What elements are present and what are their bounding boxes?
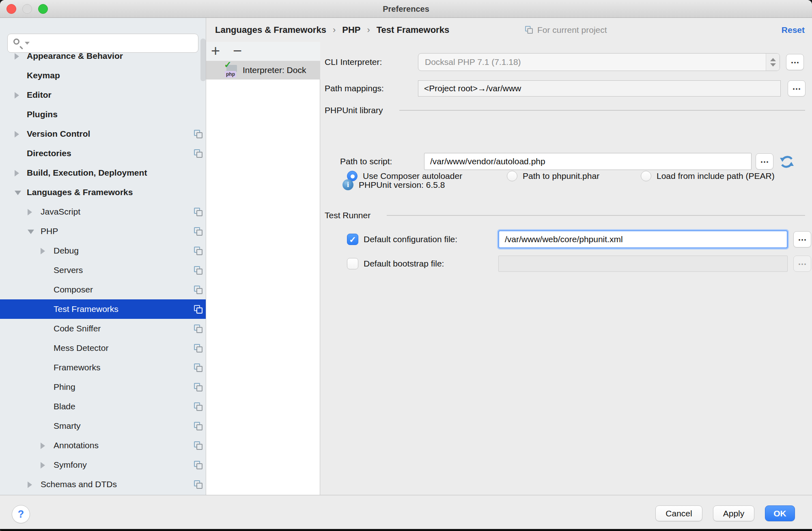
sidebar-item-label: Version Control [27, 124, 90, 144]
sidebar-item-label: Directories [27, 144, 71, 163]
sidebar-item-symfony[interactable]: Symfony [0, 455, 206, 475]
preferences-window: Preferences Appearance & BehaviorKeymapE… [0, 0, 812, 531]
sidebar-item-directories[interactable]: Directories [0, 144, 206, 163]
chevron-right-icon[interactable] [15, 92, 19, 99]
interpreter-list-item[interactable]: ✓ php Interpreter: Dock [206, 61, 320, 80]
sidebar-item-label: Blade [54, 397, 75, 416]
sidebar-item-composer[interactable]: Composer [0, 280, 206, 299]
breadcrumb-test-frameworks[interactable]: Test Frameworks [377, 25, 449, 35]
breadcrumb-php[interactable]: PHP [342, 25, 360, 35]
chevron-right-icon[interactable] [15, 131, 19, 138]
sidebar-item-plugins[interactable]: Plugins [0, 105, 206, 124]
path-to-script-browse-button[interactable]: … [756, 153, 773, 170]
apply-button[interactable]: Apply [713, 505, 754, 521]
shared-settings-icon [194, 480, 203, 489]
sidebar-item-label: Mess Detector [54, 338, 108, 358]
sidebar-item-code-sniffer[interactable]: Code Sniffer [0, 319, 206, 338]
sidebar-item-appearance-behavior[interactable]: Appearance & Behavior [0, 46, 206, 66]
sidebar-item-label: Plugins [27, 105, 58, 124]
sidebar-item-phing[interactable]: Phing [0, 377, 206, 397]
help-button[interactable]: ? [12, 505, 30, 523]
sidebar-item-label: Phing [54, 377, 75, 397]
reload-phpunit-icon[interactable] [779, 154, 795, 170]
section-divider [399, 110, 805, 111]
shared-settings-icon [194, 460, 203, 470]
sidebar-item-annotations[interactable]: Annotations [0, 436, 206, 455]
chevron-right-icon[interactable] [41, 462, 45, 469]
shared-settings-icon [194, 207, 203, 217]
section-divider [387, 215, 805, 216]
chevron-right-icon[interactable] [41, 443, 45, 449]
breadcrumb-languages-frameworks[interactable]: Languages & Frameworks [215, 25, 326, 35]
chevron-right-icon[interactable] [28, 482, 32, 488]
sidebar-item-label: Frameworks [54, 358, 101, 377]
sidebar-item-blade[interactable]: Blade [0, 397, 206, 416]
sidebar-item-label: Appearance & Behavior [27, 46, 123, 66]
sidebar-item-frameworks[interactable]: Frameworks [0, 358, 206, 377]
default-configuration-file-label: Default configuration file: [364, 230, 457, 248]
chevron-down-icon[interactable] [28, 230, 34, 234]
title-bar: Preferences [0, 0, 812, 18]
sidebar-item-label: Code Sniffer [54, 319, 101, 338]
path-to-script-input[interactable]: /var/www/vendor/autoload.php [424, 153, 752, 170]
sidebar-item-label: Servers [54, 260, 83, 280]
default-configuration-file-browse-button[interactable]: … [793, 231, 811, 247]
chevron-right-icon[interactable] [28, 209, 32, 215]
chevron-right-icon[interactable] [41, 248, 45, 254]
shared-settings-icon [194, 421, 203, 431]
cli-interpreter-browse-button[interactable]: … [786, 54, 804, 70]
sidebar-item-label: Symfony [54, 455, 87, 475]
sidebar-item-version-control[interactable]: Version Control [0, 124, 206, 144]
chevron-right-icon[interactable] [15, 53, 19, 60]
shared-settings-icon [194, 402, 203, 411]
sidebar-item-smarty[interactable]: Smarty [0, 416, 206, 436]
sidebar-item-label: Annotations [54, 436, 99, 455]
default-bootstrap-file-checkbox[interactable] [347, 258, 358, 269]
default-configuration-file-input[interactable]: /var/www/web/core/phpunit.xml [498, 230, 788, 248]
sidebar-item-php[interactable]: PHP [0, 221, 206, 241]
combo-stepper-icon[interactable] [766, 54, 780, 71]
sidebar-item-mess-detector[interactable]: Mess Detector [0, 338, 206, 358]
remove-button[interactable]: − [233, 42, 242, 61]
radio-path-to-phpunit-phar[interactable]: Path to phpunit.phar [507, 168, 599, 184]
sidebar-item-servers[interactable]: Servers [0, 260, 206, 280]
chevron-right-icon[interactable] [15, 170, 19, 176]
ok-button[interactable]: OK [765, 505, 795, 521]
sidebar-item-debug[interactable]: Debug [0, 241, 206, 260]
sidebar-item-label: Editor [27, 85, 52, 105]
sidebar-item-label: Composer [54, 280, 93, 299]
shared-settings-icon [194, 266, 203, 275]
sidebar-item-editor[interactable]: Editor [0, 85, 206, 105]
checkmark-icon: ✓ [347, 234, 358, 245]
cancel-button[interactable]: Cancel [655, 505, 702, 521]
radio-off-icon[interactable] [641, 171, 651, 181]
path-mappings-browse-button[interactable]: … [788, 80, 806, 97]
dialog-footer: ? Cancel Apply OK [0, 495, 812, 529]
sidebar-item-label: Languages & Frameworks [27, 183, 133, 202]
add-button[interactable]: + [211, 42, 220, 61]
cli-interpreter-value: Docksal PHP 7.1 (7.1.18) [425, 54, 521, 71]
window-bottom-edge [0, 529, 812, 531]
radio-load-from-include-path[interactable]: Load from include path (PEAR) [641, 168, 775, 184]
interpreter-toolbar: + − [206, 42, 320, 61]
info-icon: i [342, 179, 353, 190]
scope-note-label: For current project [537, 25, 607, 35]
sidebar-item-label: JavaScript [41, 202, 80, 221]
sidebar-item-label: Smarty [54, 416, 81, 436]
sidebar-item-javascript[interactable]: JavaScript [0, 202, 206, 221]
sidebar-item-test-frameworks[interactable]: Test Frameworks [0, 299, 206, 319]
cli-interpreter-select[interactable]: Docksal PHP 7.1 (7.1.18) [418, 53, 780, 71]
sidebar-item-keymap[interactable]: Keymap [0, 66, 206, 85]
sidebar-item-build-execution-deployment[interactable]: Build, Execution, Deployment [0, 163, 206, 183]
path-mappings-value: <Project root>→/var/www [424, 81, 521, 96]
path-mappings-field[interactable]: <Project root>→/var/www [418, 80, 781, 97]
sidebar-item-languages-frameworks[interactable]: Languages & Frameworks [0, 183, 206, 202]
path-to-script-label: Path to script: [340, 153, 392, 170]
radio-off-icon[interactable] [507, 171, 517, 181]
sidebar-item-schemas-and-dtds[interactable]: Schemas and DTDs [0, 475, 206, 494]
sidebar-item-label: Schemas and DTDs [41, 475, 117, 494]
default-configuration-file-checkbox[interactable]: ✓ [347, 234, 358, 245]
reset-link[interactable]: Reset [782, 18, 805, 42]
chevron-down-icon[interactable] [15, 191, 21, 195]
default-bootstrap-file-input [498, 256, 788, 272]
